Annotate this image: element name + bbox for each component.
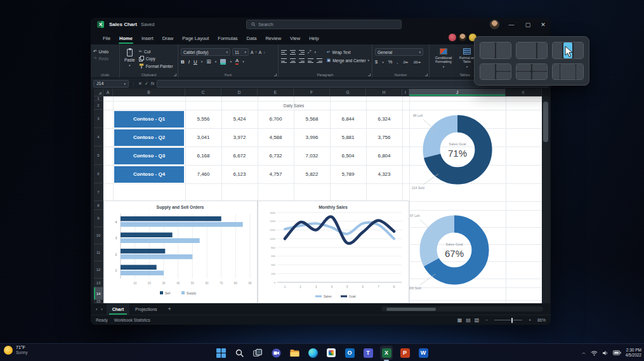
table-cell[interactable]: 3,041 bbox=[185, 128, 221, 147]
table-cell[interactable]: 6,700 bbox=[258, 110, 294, 128]
fill-color-button[interactable] bbox=[220, 59, 226, 65]
zoom-slider-thumb[interactable] bbox=[511, 318, 513, 323]
snap-zone[interactable] bbox=[553, 64, 560, 80]
cut-button[interactable]: ✂Cut bbox=[139, 49, 173, 54]
vertical-scrollbar-thumb[interactable] bbox=[543, 102, 548, 142]
column-header-E[interactable]: E bbox=[258, 89, 294, 96]
grow-font-button[interactable]: A↑ bbox=[251, 50, 257, 55]
snap-zone[interactable] bbox=[537, 43, 547, 58]
table-row-label[interactable]: Contoso - Q4 bbox=[114, 166, 185, 183]
maximize-button[interactable]: ▢ bbox=[520, 18, 536, 31]
borders-button[interactable]: ⊞ bbox=[206, 58, 211, 65]
collaborator-avatar[interactable] bbox=[448, 33, 457, 42]
row-header-10[interactable]: 10 bbox=[94, 227, 103, 244]
tray-chevron-icon[interactable]: ︿ bbox=[582, 350, 586, 356]
snap-zone[interactable] bbox=[516, 72, 531, 79]
line-chart[interactable]: Monthly Sales020040060080010001200140016… bbox=[258, 200, 409, 303]
snap-zone[interactable] bbox=[576, 64, 583, 80]
ribbon-tab-review[interactable]: Review bbox=[261, 33, 286, 44]
currency-button[interactable]: $ bbox=[375, 59, 378, 65]
teams-icon[interactable]: T bbox=[362, 346, 374, 360]
page-break-view-button[interactable]: ▧ bbox=[475, 317, 480, 323]
column-header-K[interactable]: K bbox=[506, 89, 542, 96]
font-size-select[interactable]: 11▾ bbox=[232, 48, 249, 56]
table-row-label[interactable]: Contoso - Q1 bbox=[114, 110, 185, 128]
snap-zone[interactable] bbox=[516, 43, 536, 58]
clipboard-dialog-launcher[interactable] bbox=[174, 74, 176, 76]
underline-button[interactable]: U bbox=[194, 59, 197, 65]
donut-chart[interactable]: Sales Goal71%86 Left214 Sold bbox=[409, 102, 506, 198]
close-button[interactable]: ✕ bbox=[536, 18, 551, 31]
shrink-font-button[interactable]: A↓ bbox=[259, 50, 265, 55]
name-box[interactable]: J14▾ bbox=[93, 80, 129, 88]
snap-zone[interactable] bbox=[496, 43, 511, 58]
collaborator-avatar[interactable] bbox=[458, 33, 467, 42]
sheet-tab-projections[interactable]: Projections bbox=[129, 303, 163, 315]
snap-zone[interactable] bbox=[553, 43, 562, 58]
start-icon[interactable] bbox=[214, 346, 227, 360]
fx-icon[interactable]: fx bbox=[151, 81, 154, 86]
wifi-icon[interactable] bbox=[591, 350, 598, 356]
snap-zone[interactable] bbox=[496, 72, 511, 79]
word-icon[interactable]: W bbox=[417, 346, 430, 360]
row-header-11[interactable]: 11 bbox=[94, 244, 103, 261]
table-cell[interactable]: 7,032 bbox=[294, 147, 330, 165]
zoom-out-button[interactable]: − bbox=[485, 318, 488, 322]
select-all-corner[interactable] bbox=[94, 89, 103, 96]
ribbon-tab-data[interactable]: Data bbox=[242, 33, 261, 44]
row-header-6[interactable]: 6 bbox=[94, 165, 103, 183]
page-layout-view-button[interactable]: ▤ bbox=[466, 317, 471, 323]
snap-zone[interactable] bbox=[574, 43, 583, 58]
zoom-level[interactable]: 86% bbox=[537, 318, 546, 322]
snap-layout-option-4[interactable] bbox=[480, 63, 511, 81]
add-sheet-button[interactable]: + bbox=[163, 306, 176, 312]
merge-center-button[interactable]: ▣Merge and Center▾ bbox=[327, 58, 369, 63]
snap-zone[interactable] bbox=[480, 64, 495, 80]
snap-zone[interactable] bbox=[516, 64, 531, 72]
paste-button[interactable]: Paste▾ bbox=[122, 46, 137, 70]
column-header-G[interactable]: G bbox=[330, 89, 366, 96]
horizontal-scrollbar[interactable] bbox=[381, 306, 543, 312]
sheet-tab-chart[interactable]: Chart bbox=[107, 303, 129, 315]
horizontal-scrollbar-thumb[interactable] bbox=[386, 308, 436, 311]
table-cell[interactable]: 7,460 bbox=[185, 165, 221, 183]
normal-view-button[interactable]: ▦ bbox=[457, 317, 463, 323]
table-cell[interactable]: 6,844 bbox=[330, 110, 366, 128]
table-cell[interactable]: 5,789 bbox=[330, 165, 366, 183]
table-cell[interactable]: 4,323 bbox=[366, 165, 402, 183]
wrap-text-button[interactable]: ↵Wrap Text bbox=[327, 49, 369, 55]
search-icon[interactable] bbox=[233, 346, 246, 360]
increase-indent-button[interactable] bbox=[317, 58, 322, 63]
row-header-2[interactable]: 2 bbox=[94, 101, 103, 110]
excel-icon[interactable]: X bbox=[380, 346, 393, 360]
percent-button[interactable]: % bbox=[388, 59, 393, 65]
table-cell[interactable]: 4,757 bbox=[258, 165, 294, 183]
table-cell[interactable]: 4,588 bbox=[258, 128, 294, 147]
table-cell[interactable]: 5,881 bbox=[330, 128, 366, 147]
edge-icon[interactable] bbox=[306, 346, 319, 360]
conditional-formatting-button[interactable]: Conditional Formatting▾ bbox=[432, 46, 455, 70]
snap-layout-option-6[interactable] bbox=[552, 63, 584, 81]
workbook-statistics-button[interactable]: Workbook Statistics bbox=[114, 318, 150, 322]
row-header-5[interactable]: 5 bbox=[94, 147, 103, 165]
ribbon-tab-home[interactable]: Home bbox=[115, 33, 137, 44]
orientation-button[interactable]: ⤢ bbox=[308, 49, 312, 55]
row-header-7[interactable]: 7 bbox=[94, 183, 103, 201]
task-view-icon[interactable] bbox=[251, 346, 264, 360]
undo-button[interactable]: ↶Undo bbox=[93, 49, 108, 54]
chat-icon[interactable] bbox=[270, 346, 282, 360]
enter-formula-icon[interactable]: ✓ bbox=[145, 81, 148, 86]
snap-zone[interactable] bbox=[532, 72, 547, 79]
donut-chart[interactable]: Sales Goal67%97 Left200 Sold bbox=[406, 202, 503, 298]
table-cell[interactable]: 6,504 bbox=[330, 147, 366, 165]
snap-zone[interactable] bbox=[496, 64, 511, 72]
align-left-button[interactable] bbox=[281, 58, 287, 63]
next-sheet-button[interactable]: › bbox=[100, 307, 106, 312]
table-cell[interactable]: 6,324 bbox=[366, 110, 402, 128]
ribbon-tab-insert[interactable]: Insert bbox=[137, 33, 158, 44]
row-header-3[interactable]: 3 bbox=[94, 110, 103, 128]
column-header-H[interactable]: H bbox=[366, 89, 402, 96]
ribbon-tab-file[interactable]: File bbox=[98, 33, 115, 44]
table-cell[interactable]: 6,123 bbox=[221, 165, 258, 183]
row-header-14[interactable]: 14 bbox=[94, 287, 103, 300]
